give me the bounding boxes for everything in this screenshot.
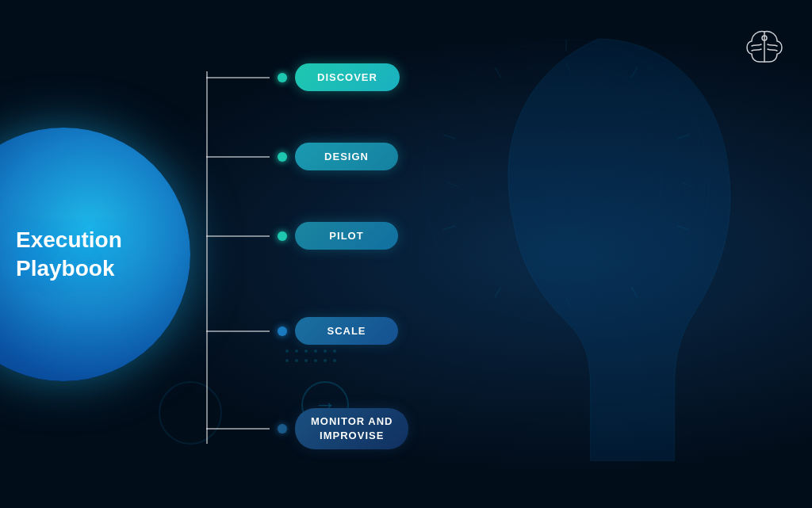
branch-monitor: MONITOR ANDIMPROVISE: [206, 408, 408, 449]
branch-design: DESIGN: [206, 143, 398, 170]
dot-design: [278, 152, 287, 162]
pill-pilot: PILOT: [295, 222, 398, 250]
horizontal-line-scale: [206, 330, 270, 332]
horizontal-line-discover: [206, 77, 270, 78]
title-line2: Playbook: [16, 256, 114, 281]
dot-pilot: [278, 231, 287, 241]
branch-scale: SCALE: [206, 317, 398, 345]
horizontal-line-monitor: [206, 428, 270, 430]
pill-discover: DISCOVER: [295, 63, 400, 91]
dot-scale: [278, 327, 287, 336]
vertical-line: [206, 71, 208, 444]
pill-monitor: MONITOR ANDIMPROVISE: [295, 408, 408, 449]
brain-icon: [741, 24, 788, 71]
pill-design: DESIGN: [295, 143, 398, 170]
title-line1: Execution: [16, 227, 122, 251]
branch-discover: DISCOVER: [206, 63, 400, 91]
playbook-title: Execution Playbook: [16, 225, 122, 283]
dot-discover: [278, 73, 287, 82]
horizontal-line-design: [206, 156, 270, 158]
horizontal-line-pilot: [206, 235, 270, 237]
dot-monitor: [278, 424, 287, 434]
branch-pilot: PILOT: [206, 222, 398, 250]
pill-scale: SCALE: [295, 317, 398, 345]
tree-container: DISCOVER DESIGN PILOT SCALE MONITOR ANDI…: [206, 48, 508, 468]
